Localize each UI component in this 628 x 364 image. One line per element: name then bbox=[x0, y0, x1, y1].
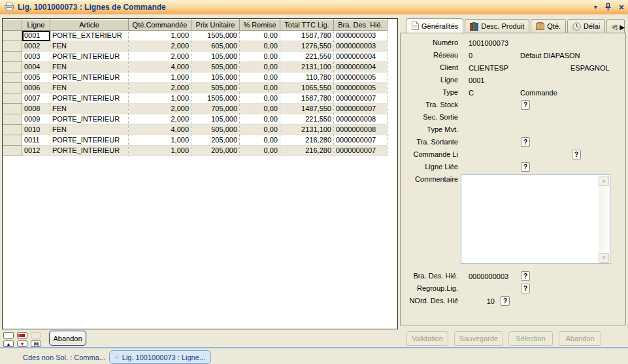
grid-cell[interactable]: 0000000007 bbox=[334, 93, 388, 104]
scroll-up-icon[interactable]: ▲ bbox=[599, 176, 609, 186]
grid-cell[interactable]: PORTE_INTERIEUR bbox=[50, 135, 129, 146]
grid-cell[interactable]: 0009 bbox=[22, 114, 50, 125]
grid-cell[interactable]: 0000000007 bbox=[334, 146, 388, 156]
grid-cell[interactable]: 2131,100 bbox=[280, 62, 334, 73]
grid-cell[interactable]: 0000000005 bbox=[334, 83, 388, 93]
grid-cell[interactable]: 2,000 bbox=[129, 83, 191, 93]
column-header[interactable]: % Remise bbox=[240, 20, 280, 31]
grid-cell[interactable]: 2,000 bbox=[129, 52, 191, 62]
column-header[interactable]: Total TTC Lig. bbox=[280, 20, 334, 31]
grid-cell[interactable]: 0,00 bbox=[240, 31, 280, 41]
grid-cell[interactable]: 0006 bbox=[22, 83, 50, 93]
column-header[interactable]: Bra. Des. Hié. bbox=[334, 20, 388, 31]
record-blank-button[interactable] bbox=[3, 332, 14, 339]
grid-cell[interactable]: 1,000 bbox=[129, 135, 191, 146]
selection-button[interactable]: Sélection bbox=[508, 331, 553, 346]
grid-cell[interactable]: 0,00 bbox=[240, 52, 280, 62]
grid-cell[interactable]: 0004 bbox=[22, 62, 50, 73]
grid-cell[interactable]: 0000000004 bbox=[334, 52, 388, 62]
column-header[interactable]: Prix Unitaire bbox=[191, 20, 240, 31]
row-selector[interactable] bbox=[3, 114, 22, 125]
grid-cell[interactable]: PORTE_EXTERIEUR bbox=[50, 31, 129, 41]
row-selector[interactable] bbox=[3, 62, 22, 73]
grid-cell[interactable]: 1,000 bbox=[129, 31, 191, 41]
grid-cell[interactable]: 0,00 bbox=[240, 125, 280, 135]
help-button[interactable]: ? bbox=[521, 162, 530, 172]
grid-cell[interactable]: 1505,000 bbox=[191, 31, 240, 41]
ligne-value[interactable]: 0001 bbox=[469, 75, 484, 86]
grid-cell[interactable]: 1487,550 bbox=[280, 104, 334, 114]
grid-cell[interactable]: 0007 bbox=[22, 93, 50, 104]
selector-column-header[interactable] bbox=[3, 20, 22, 31]
tab-generalites[interactable]: Généralités bbox=[406, 18, 463, 33]
validation-button[interactable]: Validation bbox=[406, 331, 448, 346]
grid-cell[interactable]: PORTE_INTERIEUR bbox=[50, 114, 129, 125]
grid-cell[interactable]: 2,000 bbox=[129, 104, 191, 114]
scroll-down-button[interactable]: ▼ bbox=[17, 340, 27, 347]
grid-cell[interactable]: FEN bbox=[50, 62, 129, 73]
grid-cell[interactable]: 0012 bbox=[22, 146, 50, 156]
grid-cell[interactable]: 105,000 bbox=[191, 52, 240, 62]
grid-cell[interactable]: 505,000 bbox=[191, 83, 240, 93]
client-value[interactable]: CLIENTESP bbox=[469, 63, 508, 74]
grid-cell[interactable]: 505,000 bbox=[191, 125, 240, 135]
tab-delai[interactable]: Délai bbox=[567, 19, 605, 33]
row-selector[interactable] bbox=[3, 31, 22, 41]
grid-cell[interactable]: PORTE_INTERIEUR bbox=[50, 93, 129, 104]
abandon-button[interactable]: Abandon bbox=[559, 331, 601, 346]
row-selector[interactable] bbox=[3, 93, 22, 104]
comment-textarea[interactable]: ▲ ▼ bbox=[461, 174, 610, 264]
sauvegarde-button[interactable]: Sauvegarde bbox=[454, 331, 503, 346]
grid-cell[interactable]: 505,000 bbox=[191, 62, 240, 73]
scroll-up-button[interactable]: ▲ bbox=[3, 340, 14, 347]
grid-cell[interactable]: 0010 bbox=[22, 125, 50, 135]
grid-cell[interactable]: 205,000 bbox=[191, 135, 240, 146]
grid-cell[interactable]: FEN bbox=[50, 125, 129, 135]
grid-cell[interactable]: 2,000 bbox=[129, 114, 191, 125]
grid-cell[interactable]: 0002 bbox=[22, 41, 50, 52]
row-selector[interactable] bbox=[3, 41, 22, 52]
row-selector[interactable] bbox=[3, 146, 22, 156]
grid-cell[interactable]: PORTE_INTERIEUR bbox=[50, 73, 129, 83]
grid-cell[interactable]: 2,000 bbox=[129, 41, 191, 52]
grid-cell[interactable]: 705,000 bbox=[191, 104, 240, 114]
reseau-value[interactable]: 0 bbox=[469, 50, 472, 61]
grid-cell[interactable]: FEN bbox=[50, 104, 129, 114]
grid-cell[interactable]: 0011 bbox=[22, 135, 50, 146]
grid-cell[interactable]: 0000000004 bbox=[334, 62, 388, 73]
grid-cell[interactable]: 0,00 bbox=[240, 41, 280, 52]
help-button[interactable]: ? bbox=[572, 150, 581, 159]
grid-cell[interactable]: 0000000005 bbox=[334, 73, 388, 83]
grid-cell[interactable]: 0,00 bbox=[240, 93, 280, 104]
row-selector[interactable] bbox=[3, 83, 22, 93]
tab-scroll-right-icon[interactable]: ▶ bbox=[620, 24, 625, 31]
grid-cell[interactable]: 0000000003 bbox=[334, 31, 388, 41]
grid-cell[interactable]: 0,00 bbox=[240, 114, 280, 125]
grid-cell[interactable]: 0000000008 bbox=[334, 125, 388, 135]
type-value[interactable]: C bbox=[469, 88, 474, 99]
grid-cell[interactable]: 0,00 bbox=[240, 62, 280, 73]
grid-cell[interactable]: 205,000 bbox=[191, 146, 240, 156]
nord-des-hie-value[interactable]: 10 bbox=[469, 296, 495, 307]
collapse-icon[interactable]: ▾ bbox=[594, 4, 597, 10]
grid-cell[interactable]: 605,000 bbox=[191, 41, 240, 52]
tab-desc-produit[interactable]: Desc. Produit bbox=[465, 19, 529, 33]
scroll-down-icon[interactable]: ▼ bbox=[599, 253, 609, 263]
comment-scrollbar[interactable]: ▲ ▼ bbox=[599, 176, 609, 263]
column-header[interactable]: Article bbox=[50, 20, 129, 31]
grid-cell[interactable]: 0,00 bbox=[240, 83, 280, 93]
grid-cell[interactable]: 1505,000 bbox=[191, 93, 240, 104]
row-selector[interactable] bbox=[3, 125, 22, 135]
grid-cell[interactable]: 0003 bbox=[22, 52, 50, 62]
grid-cell[interactable]: 0000000003 bbox=[334, 41, 388, 52]
grid-cell[interactable]: PORTE_INTERIEUR bbox=[50, 52, 129, 62]
grid-cell[interactable]: 0000000007 bbox=[334, 135, 388, 146]
grid-cell[interactable]: 105,000 bbox=[191, 73, 240, 83]
grid-cell[interactable]: 0000000007 bbox=[334, 104, 388, 114]
column-header[interactable]: Qté.Commandée bbox=[129, 20, 191, 31]
grid-cell[interactable]: 0000000008 bbox=[334, 114, 388, 125]
column-header[interactable]: Ligne bbox=[22, 20, 50, 31]
pin-icon[interactable] bbox=[605, 3, 611, 11]
grid-cell[interactable]: 105,000 bbox=[191, 114, 240, 125]
help-button[interactable]: ? bbox=[521, 137, 530, 147]
